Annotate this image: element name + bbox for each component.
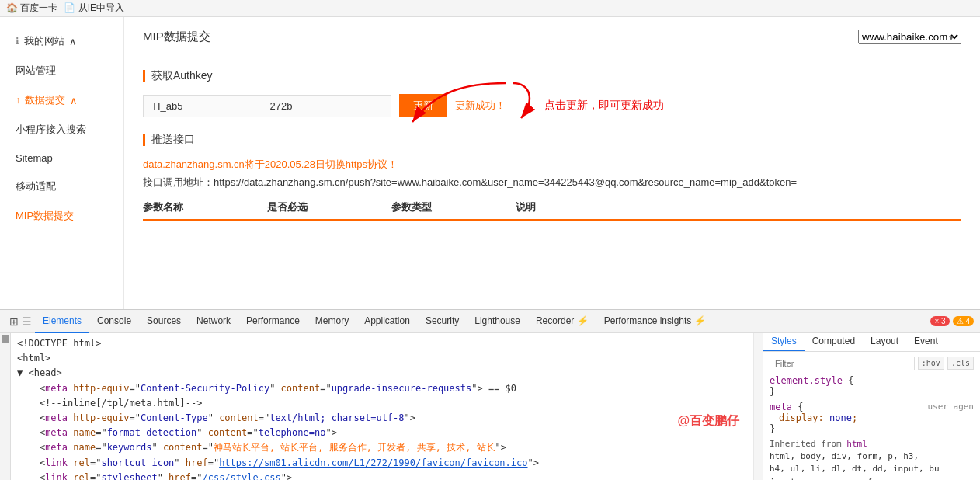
param-col-desc: 说明 (516, 200, 961, 214)
tab-network[interactable]: Network (189, 310, 238, 333)
main-content: MIP数据提交 www.haibaike.com 获取Authkey 更新 更新… (124, 17, 980, 309)
sidebar-item-mobilefit[interactable]: 移动适配 (0, 172, 123, 201)
annotation-text: 点击更新，即可更新成功 (544, 99, 664, 111)
section-bar (143, 70, 145, 82)
browser-nav-item-2[interactable]: 📄 从IE中导入 (64, 2, 124, 15)
tab-console[interactable]: Console (89, 310, 139, 333)
tab-lighthouse[interactable]: Lighthouse (467, 310, 528, 333)
sidebar-my-website-label: 我的网站 (24, 34, 64, 48)
vertical-scrollbar[interactable] (753, 333, 763, 480)
devtools-tabs: ⊞ ☰ Elements Console Sources Network Per… (0, 310, 980, 333)
sidebar-item-miniprogram[interactable]: 小程序接入搜索 (0, 115, 123, 144)
sidebar-datasubmit-label: 数据提交 (25, 93, 65, 107)
tab-event[interactable]: Event (906, 333, 946, 351)
tab-recorder[interactable]: Recorder ⚡ (528, 310, 596, 333)
main-area: ℹ 我的网站 ∧ 网站管理 ↑ 数据提交 ∧ 小程序接入搜索 Sitemap 移… (0, 17, 980, 309)
styles-filter-input[interactable] (770, 357, 915, 370)
inherited-rules-text: html, body, div, form, p, h3,h4, ul, li,… (770, 450, 974, 480)
sidebar-item-mip[interactable]: MIP数据提交 (0, 201, 123, 231)
tab-security[interactable]: Security (418, 310, 467, 333)
sidebar-mobilefit-label: 移动适配 (16, 180, 56, 192)
sidebar-mip-label: MIP数据提交 (16, 210, 74, 221)
param-col-name: 参数名称 (143, 200, 267, 214)
sidebar-miniprogram-label: 小程序接入搜索 (16, 123, 86, 135)
sidebar-datasubmit-arrow: ∧ (70, 95, 78, 106)
browser-top-bar: 🏠 百度一卡 📄 从IE中导入 (0, 0, 980, 17)
sidebar-item-websitemanage[interactable]: 网站管理 (0, 56, 123, 85)
devtools-code-panel[interactable]: <!DOCTYPE html> <html> ▼ <head> <meta ht… (11, 333, 753, 480)
pin-icon (2, 335, 9, 343)
authkey-section-header: 获取Authkey (143, 69, 961, 83)
code-line-meta-kw: <meta name="keywords" content="神马站长平台, 站… (17, 440, 747, 455)
devtools-panel: ⊞ ☰ Elements Console Sources Network Per… (0, 309, 980, 480)
upload-icon: ↑ (16, 95, 20, 106)
sidebar-my-website[interactable]: ℹ 我的网站 ∧ (0, 26, 123, 56)
code-line-comment: <!--inline[/tpl/meta.html]--> (17, 396, 747, 411)
code-line-meta-ct: <meta http-equiv="Content-Type" content=… (17, 411, 747, 426)
filter-row: :hov .cls (770, 357, 974, 370)
param-col-required: 是否必选 (267, 200, 391, 214)
params-header: 参数名称 是否必选 参数类型 说明 (143, 200, 961, 221)
sidebar-sitemap-label: Sitemap (16, 152, 53, 164)
device-icon[interactable]: ☰ (22, 315, 32, 328)
devtools-left-icons: ⊞ ☰ (6, 315, 35, 328)
tab-sources[interactable]: Sources (139, 310, 189, 333)
info-icon: ℹ (16, 36, 19, 47)
devtools-left-gutter (0, 333, 11, 480)
tab-memory[interactable]: Memory (308, 310, 356, 333)
tab-styles[interactable]: Styles (763, 333, 805, 351)
code-line-link-style: <link rel="stylesheet" href="/css/style.… (17, 471, 747, 480)
devtools-body: <!DOCTYPE html> <html> ▼ <head> <meta ht… (0, 333, 980, 480)
code-line-meta-fd: <meta name="format-detection" content="t… (17, 426, 747, 440)
param-col-type: 参数类型 (391, 200, 516, 214)
browser-nav-item-1[interactable]: 🏠 百度一卡 (6, 2, 57, 15)
authkey-section-title: 获取Authkey (151, 69, 213, 83)
tab-layout[interactable]: Layout (863, 333, 906, 351)
code-line-meta-csp[interactable]: <meta http-equiv="Content-Security-Polic… (17, 381, 747, 396)
page-title: MIP数据提交 (143, 30, 210, 44)
error-badge: × 3 (930, 316, 949, 326)
sidebar-websitemanage-label: 网站管理 (16, 64, 56, 76)
sidebar: ℹ 我的网站 ∧ 网站管理 ↑ 数据提交 ∧ 小程序接入搜索 Sitemap 移… (0, 17, 124, 309)
api-section-bar (143, 134, 145, 146)
domain-select[interactable]: www.haibaike.com (858, 30, 961, 44)
tab-computed[interactable]: Computed (805, 333, 863, 351)
styles-tabs: Styles Computed Layout Event (763, 333, 980, 352)
api-section-title: 推送接口 (151, 133, 195, 147)
style-rule-meta: meta { user agen display: none; } (770, 402, 974, 434)
styles-content: :hov .cls element.style { } meta { user … (763, 352, 980, 480)
code-line-html: <html> (17, 351, 747, 366)
devtools-styles-panel: Styles Computed Layout Event :hov .cls e… (763, 333, 980, 480)
api-section-header: 推送接口 (143, 133, 961, 147)
tab-performance[interactable]: Performance (238, 310, 308, 333)
authkey-row: 更新 更新成功！ 点击更新，即可更新成功 (143, 94, 961, 117)
code-line-link-icon: <link rel="shortcut icon" href="https://… (17, 456, 747, 471)
code-line-doctype: <!DOCTYPE html> (17, 336, 747, 351)
sidebar-arrow-icon: ∧ (69, 36, 77, 47)
sidebar-item-sitemap[interactable]: Sitemap (0, 144, 123, 172)
inherited-label: Inherited from html (770, 439, 974, 449)
hov-button[interactable]: :hov (918, 357, 944, 370)
tab-elements[interactable]: Elements (35, 310, 89, 333)
api-url-text: 接口调用地址：https://data.zhanzhang.sm.cn/push… (143, 175, 961, 191)
inspect-icon[interactable]: ⊞ (9, 315, 19, 328)
style-selector-element: element.style (770, 375, 843, 386)
arrows-svg (389, 75, 544, 137)
authkey-input[interactable] (143, 95, 391, 117)
api-warning-text: data.zhanzhang.sm.cn将于2020.05.28日切换https… (143, 158, 961, 172)
code-line-head: ▼ <head> (17, 366, 747, 381)
domain-select-wrapper[interactable]: www.haibaike.com (858, 30, 961, 44)
cls-button[interactable]: .cls (947, 357, 974, 370)
tab-performance-insights[interactable]: Performance insights ⚡ (596, 310, 714, 333)
style-rule-element: element.style { } (770, 375, 974, 397)
tab-application[interactable]: Application (356, 310, 418, 333)
sidebar-item-datasubmit[interactable]: ↑ 数据提交 ∧ (0, 85, 123, 115)
warning-badge: ⚠ 4 (953, 316, 974, 326)
